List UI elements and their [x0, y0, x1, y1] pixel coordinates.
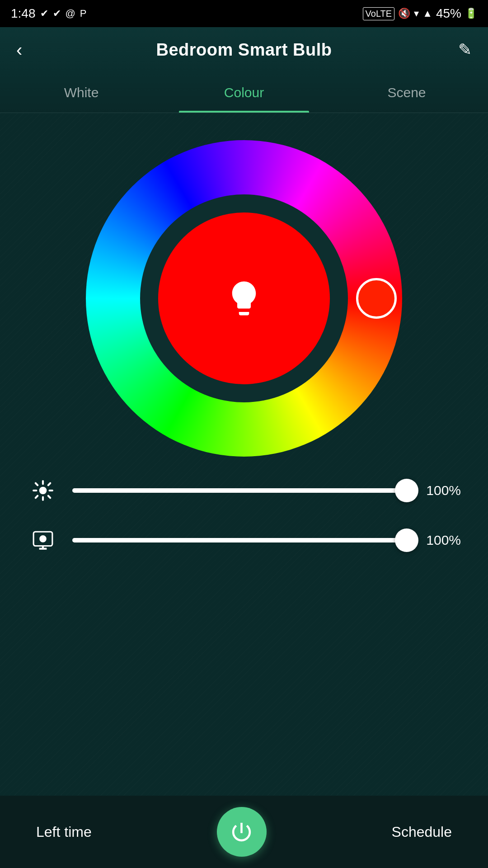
bottom-bar: Left time Schedule	[0, 796, 488, 868]
check-icon-1: ✔	[40, 8, 48, 19]
brightness-fill	[72, 488, 407, 493]
colortemp-slider-row: 100%	[27, 524, 461, 556]
back-button[interactable]: ‹	[16, 40, 43, 60]
color-picker-handle[interactable]	[356, 278, 397, 319]
colortemp-icon	[27, 524, 59, 556]
volte-badge: VoLTE	[363, 7, 395, 20]
schedule-button[interactable]: Schedule	[392, 824, 452, 840]
status-time: 1:48	[11, 6, 36, 21]
brightness-slider-track[interactable]	[72, 488, 407, 493]
status-bar: 1:48 ✔ ✔ @ P VoLTE 🔇 ▾ ▲ 45% 🔋	[0, 0, 488, 27]
at-icon: @	[66, 8, 75, 19]
svg-point-10	[40, 536, 46, 542]
wifi-icon: ▾	[414, 8, 419, 19]
main-content: 100% 100%	[0, 113, 488, 565]
signal-icon: ▲	[422, 8, 432, 19]
power-icon	[229, 820, 254, 844]
parking-icon: P	[80, 8, 87, 19]
battery-percent: 45%	[436, 6, 461, 21]
tab-bar: White Colour Scene	[0, 72, 488, 113]
power-button[interactable]	[217, 807, 267, 857]
color-wheel-container[interactable]	[86, 140, 402, 457]
color-wheel-center[interactable]	[158, 212, 330, 384]
battery-icon: 🔋	[465, 8, 477, 19]
colortemp-slider-track[interactable]	[72, 538, 407, 542]
svg-line-6	[48, 496, 50, 498]
brightness-icon	[27, 475, 59, 506]
svg-line-7	[48, 483, 50, 485]
tab-colour[interactable]: Colour	[163, 72, 325, 113]
brightness-value: 100%	[420, 483, 461, 498]
colortemp-fill	[72, 538, 407, 542]
tab-white[interactable]: White	[0, 72, 163, 113]
sliders-section: 100% 100%	[0, 466, 488, 565]
brightness-slider-row: 100%	[27, 475, 461, 506]
left-time-button[interactable]: Left time	[36, 824, 92, 840]
bulb-icon	[224, 278, 264, 319]
tab-scene[interactable]: Scene	[325, 72, 488, 113]
brightness-track	[72, 488, 407, 493]
colortemp-thumb[interactable]	[395, 528, 418, 552]
brightness-thumb[interactable]	[395, 479, 418, 502]
status-right: VoLTE 🔇 ▾ ▲ 45% 🔋	[363, 6, 477, 21]
edit-button[interactable]: ✎	[445, 40, 472, 59]
svg-line-8	[36, 496, 38, 498]
app-header: ‹ Bedroom Smart Bulb ✎	[0, 27, 488, 72]
status-left: 1:48 ✔ ✔ @ P	[11, 6, 87, 21]
colortemp-value: 100%	[420, 533, 461, 548]
svg-point-0	[39, 487, 47, 495]
mute-icon: 🔇	[398, 8, 410, 19]
colortemp-track	[72, 538, 407, 542]
page-title: Bedroom Smart Bulb	[156, 40, 332, 60]
svg-line-5	[36, 483, 38, 485]
check-icon-2: ✔	[53, 8, 61, 19]
